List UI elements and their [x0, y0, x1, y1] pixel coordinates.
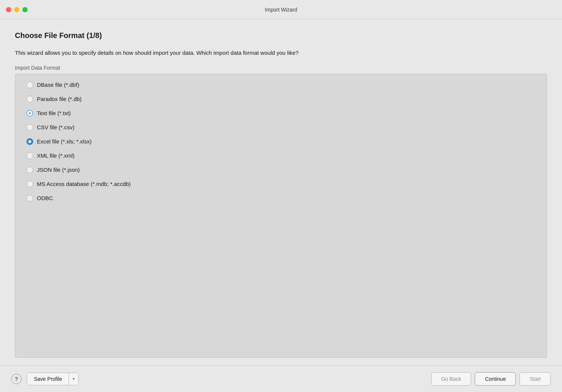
format-label-msaccess: MS Access database (*.mdb; *.accdb): [37, 181, 131, 187]
window-title: Import Wizard: [265, 7, 297, 13]
footer-right: Go Back Continue Start: [431, 372, 551, 386]
format-list-box: DBase file (*.dbf) Paradox file (*.db) T…: [15, 74, 547, 358]
radio-excel[interactable]: [26, 138, 33, 145]
radio-odbc[interactable]: [26, 195, 33, 202]
page-title: Choose File Format (1/8): [15, 31, 547, 40]
radio-inner-ring-text: [29, 112, 31, 114]
format-label-odbc: ODBC: [37, 195, 53, 201]
description-text: This wizard allows you to specify detail…: [15, 49, 547, 57]
radio-dbase[interactable]: [26, 82, 33, 88]
minimize-button[interactable]: [14, 7, 19, 12]
save-profile-button[interactable]: Save Profile: [27, 373, 69, 385]
group-label: Import Data Format: [15, 65, 547, 71]
help-icon: ?: [15, 376, 18, 382]
continue-button[interactable]: Continue: [475, 372, 516, 386]
format-label-json: JSON file (*.json): [37, 167, 80, 173]
maximize-button[interactable]: [22, 7, 28, 12]
start-button[interactable]: Start: [520, 372, 551, 386]
format-label-paradox: Paradox file (*.db): [37, 96, 82, 102]
format-option-json[interactable]: JSON file (*.json): [26, 167, 536, 173]
help-button[interactable]: ?: [11, 374, 22, 384]
footer: ? Save Profile ▾ Go Back Continue Start: [0, 365, 562, 392]
format-option-excel[interactable]: Excel file (*.xls; *.xlsx): [26, 138, 536, 145]
format-option-text[interactable]: Text file (*.txt): [26, 110, 536, 117]
format-option-csv[interactable]: CSV file (*.csv): [26, 124, 536, 131]
format-option-odbc[interactable]: ODBC: [26, 195, 536, 202]
radio-json[interactable]: [26, 167, 33, 173]
close-button[interactable]: [6, 7, 11, 12]
save-profile-group: Save Profile ▾: [27, 373, 79, 385]
format-label-dbase: DBase file (*.dbf): [37, 82, 79, 88]
radio-csv[interactable]: [26, 124, 33, 131]
radio-msaccess[interactable]: [26, 181, 33, 187]
format-label-xml: XML file (*.xml): [37, 152, 75, 159]
main-content: Choose File Format (1/8) This wizard all…: [0, 19, 562, 365]
radio-paradox[interactable]: [26, 96, 33, 102]
title-bar: Import Wizard: [0, 0, 562, 19]
window-controls: [6, 7, 28, 12]
format-option-dbase[interactable]: DBase file (*.dbf): [26, 82, 536, 88]
format-label-excel: Excel file (*.xls; *.xlsx): [37, 138, 92, 145]
format-label-text: Text file (*.txt): [37, 110, 71, 116]
radio-xml[interactable]: [26, 152, 33, 159]
radio-text[interactable]: [26, 110, 33, 117]
format-option-msaccess[interactable]: MS Access database (*.mdb; *.accdb): [26, 181, 536, 187]
radio-inner-dot-excel: [28, 140, 31, 143]
footer-left: ? Save Profile ▾: [11, 373, 79, 385]
format-option-xml[interactable]: XML file (*.xml): [26, 152, 536, 159]
save-profile-dropdown-button[interactable]: ▾: [69, 373, 78, 385]
go-back-button[interactable]: Go Back: [431, 372, 471, 386]
format-label-csv: CSV file (*.csv): [37, 124, 75, 130]
format-option-paradox[interactable]: Paradox file (*.db): [26, 96, 536, 102]
